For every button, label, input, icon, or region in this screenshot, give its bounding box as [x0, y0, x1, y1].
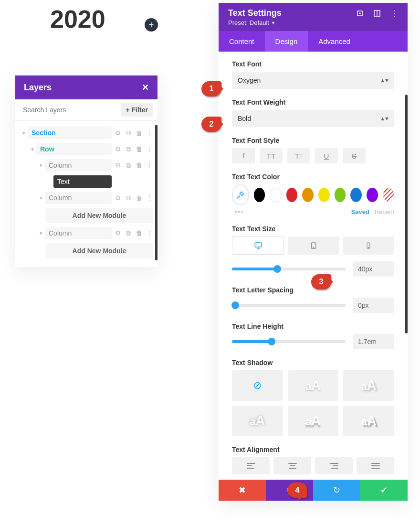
chevron-down-icon[interactable]: ▼: [20, 130, 28, 136]
trash-icon[interactable]: 🗑: [136, 230, 142, 236]
lineheight-input[interactable]: [353, 334, 394, 349]
smallcaps-button[interactable]: TT: [287, 148, 310, 163]
chevron-down-icon[interactable]: ▼: [37, 231, 45, 236]
slider-knob[interactable]: [231, 301, 239, 309]
slider-knob[interactable]: [268, 338, 275, 345]
tab-advanced[interactable]: Advanced: [308, 31, 361, 52]
duplicate-icon[interactable]: ⧉: [125, 178, 132, 185]
gear-icon[interactable]: ⚙: [115, 129, 121, 136]
shadow-option[interactable]: aA: [288, 370, 339, 401]
size-slider[interactable]: [232, 268, 346, 270]
color-swatch-yellow[interactable]: [318, 188, 330, 202]
font-select[interactable]: Oxygen ▲▼: [232, 72, 394, 89]
more-icon[interactable]: ⋮: [146, 194, 153, 201]
duplicate-icon[interactable]: ⧉: [125, 162, 132, 169]
more-icon[interactable]: ⋮: [146, 230, 153, 236]
color-swatch-white[interactable]: [270, 188, 281, 202]
align-justify-button[interactable]: [357, 457, 394, 474]
trash-icon[interactable]: 🗑: [136, 129, 142, 136]
gear-icon[interactable]: ⚙: [115, 230, 121, 236]
more-icon[interactable]: ⋮: [146, 162, 153, 169]
filter-button[interactable]: +Filter: [121, 103, 153, 117]
chevron-down-icon[interactable]: ▼: [37, 195, 45, 201]
trash-icon[interactable]: 🗑: [136, 162, 142, 169]
search-input[interactable]: [20, 103, 121, 117]
add-section-button[interactable]: +: [145, 18, 158, 32]
more-icon[interactable]: ⋮: [146, 178, 153, 185]
layer-column[interactable]: ▼ Column ⚙ ⧉ 🗑 ⋮: [15, 225, 158, 241]
expand-icon[interactable]: [356, 10, 364, 17]
align-right-button[interactable]: [315, 457, 353, 474]
gear-icon[interactable]: ⚙: [115, 194, 121, 201]
gear-icon[interactable]: ⚙: [115, 178, 121, 185]
color-saved-tab[interactable]: Saved: [351, 208, 369, 215]
layer-row[interactable]: ▼ Row ⚙ ⧉ 🗑 ⋮: [15, 141, 158, 157]
eyedropper-button[interactable]: [232, 184, 249, 205]
layer-column[interactable]: ▼ Column ⚙ ⧉ 🗑 ⋮: [15, 190, 158, 206]
color-swatch-blue[interactable]: [350, 188, 362, 202]
tab-content[interactable]: Content: [219, 31, 265, 52]
tab-design[interactable]: Design: [265, 31, 308, 52]
gear-icon[interactable]: ⚙: [115, 162, 121, 169]
preset-dropdown[interactable]: Preset: Default ▼: [228, 19, 282, 26]
italic-button[interactable]: I: [232, 148, 255, 163]
slider-knob[interactable]: [273, 265, 281, 273]
gear-icon[interactable]: ⚙: [115, 146, 121, 152]
shadow-option[interactable]: aA: [288, 406, 339, 436]
layer-column[interactable]: ▼ Column ⚙ ⧉ 🗑 ⋮: [15, 157, 158, 173]
more-colors-icon[interactable]: •••: [232, 208, 244, 215]
align-center-button[interactable]: [273, 457, 311, 474]
shadow-option[interactable]: aA: [232, 406, 283, 436]
color-swatch-black[interactable]: [254, 188, 265, 202]
settings-tabs: Content Design Advanced: [219, 31, 408, 52]
device-tablet-tab[interactable]: [288, 236, 339, 255]
layer-text-active[interactable]: ▼ Text ⚙ ⧉ 🗑 ⋮: [15, 173, 158, 190]
underline-button[interactable]: U: [315, 148, 338, 163]
device-desktop-tab[interactable]: [232, 236, 284, 255]
font-value: Oxygen: [238, 76, 261, 84]
save-button[interactable]: ✔: [360, 480, 408, 501]
callout-1: 1: [201, 81, 221, 97]
color-swatch-purple[interactable]: [367, 188, 378, 202]
layer-section[interactable]: ▼ Section ⚙ ⧉ 🗑 ⋮: [15, 125, 158, 141]
strikethrough-button[interactable]: S: [343, 148, 366, 163]
close-icon[interactable]: ✕: [142, 82, 149, 93]
duplicate-icon[interactable]: ⧉: [125, 129, 132, 136]
color-swatch-orange[interactable]: [302, 188, 314, 202]
align-left-button[interactable]: [232, 457, 270, 474]
size-input[interactable]: [353, 261, 394, 277]
trash-icon[interactable]: 🗑: [136, 146, 142, 152]
trash-icon[interactable]: 🗑: [136, 178, 142, 185]
lineheight-slider[interactable]: [232, 340, 346, 343]
layout-icon[interactable]: [373, 10, 381, 17]
spacing-slider[interactable]: [232, 304, 346, 307]
shadow-option[interactable]: aA: [343, 370, 394, 401]
trash-icon[interactable]: 🗑: [136, 194, 142, 201]
chevron-down-icon[interactable]: ▼: [29, 147, 36, 152]
cancel-button[interactable]: ✖: [219, 480, 266, 501]
color-swatch-green[interactable]: [335, 188, 346, 202]
canvas-year-text: 2020: [50, 5, 105, 33]
uppercase-button[interactable]: TT: [260, 148, 283, 163]
add-module-button[interactable]: Add New Module: [46, 208, 153, 223]
settings-title: Text Settings: [228, 8, 282, 18]
duplicate-icon[interactable]: ⧉: [125, 194, 132, 201]
color-swatch-transparent[interactable]: [383, 188, 394, 202]
more-icon[interactable]: ⋮: [146, 146, 153, 152]
shadow-none[interactable]: ⊘: [232, 370, 283, 401]
spacing-input[interactable]: [353, 298, 394, 313]
weight-select[interactable]: Bold ▲▼: [232, 110, 394, 127]
align-label: Text Alignment: [232, 446, 394, 453]
color-swatch-red[interactable]: [286, 188, 298, 202]
chevron-down-icon[interactable]: ▼: [37, 163, 45, 168]
redo-button[interactable]: ↻: [313, 480, 360, 501]
duplicate-icon[interactable]: ⧉: [125, 230, 132, 236]
shadow-option[interactable]: aA: [343, 406, 394, 436]
duplicate-icon[interactable]: ⧉: [125, 146, 132, 152]
more-icon[interactable]: ⋮: [146, 129, 153, 136]
more-icon[interactable]: ⋮: [390, 10, 398, 17]
device-phone-tab[interactable]: [343, 236, 394, 255]
layers-title: Layers: [24, 83, 52, 93]
add-module-button[interactable]: Add New Module: [46, 243, 153, 258]
color-recent-tab[interactable]: Recent: [375, 208, 394, 215]
